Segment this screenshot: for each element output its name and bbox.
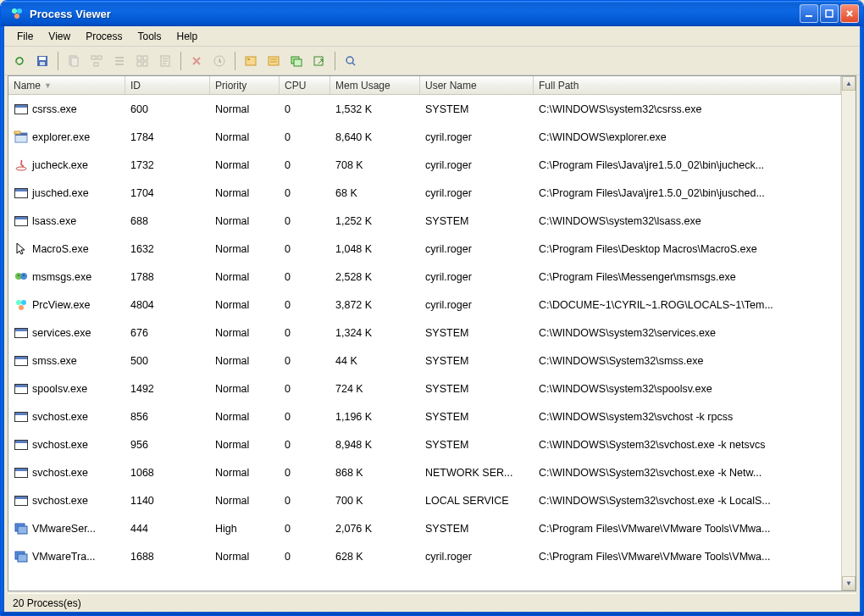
svg-rect-15 bbox=[137, 62, 141, 66]
cell-priority: Normal bbox=[210, 383, 280, 395]
table-row[interactable]: VMwareTra...1688Normal0628 Kcyril.rogerC… bbox=[8, 542, 841, 570]
save-button[interactable] bbox=[32, 51, 53, 71]
column-cpu[interactable]: CPU bbox=[280, 76, 330, 94]
cell-id: 1140 bbox=[125, 495, 210, 507]
column-path[interactable]: Full Path bbox=[534, 76, 841, 94]
cell-id: 1784 bbox=[125, 131, 210, 143]
table-row[interactable]: MacroS.exe1632Normal01,048 Kcyril.rogerC… bbox=[8, 235, 841, 263]
process-icon bbox=[14, 521, 29, 536]
table-row[interactable]: svchost.exe1068Normal0868 KNETWORK SER..… bbox=[8, 458, 841, 486]
cell-user: SYSTEM bbox=[420, 327, 534, 339]
cell-user: cyril.roger bbox=[420, 159, 534, 171]
cell-mem: 708 K bbox=[330, 159, 420, 171]
cell-user: SYSTEM bbox=[420, 215, 534, 227]
process-table: Name▼ ID Priority CPU Mem Usage User Nam… bbox=[8, 75, 856, 591]
cell-path: C:\Program Files\VMware\VMware Tools\VMw… bbox=[534, 551, 841, 563]
column-name[interactable]: Name▼ bbox=[8, 76, 125, 94]
table-row[interactable]: jucheck.exe1732Normal0708 Kcyril.rogerC:… bbox=[8, 151, 841, 179]
process-icon bbox=[14, 102, 29, 117]
table-row[interactable]: PrcView.exe4804Normal03,872 Kcyril.roger… bbox=[8, 291, 841, 319]
menu-view[interactable]: View bbox=[41, 28, 78, 45]
table-row[interactable]: smss.exe500Normal044 KSYSTEMC:\WINDOWS\S… bbox=[8, 347, 841, 375]
table-row[interactable]: csrss.exe600Normal01,532 KSYSTEMC:\WINDO… bbox=[8, 95, 841, 123]
refresh-button[interactable] bbox=[9, 51, 30, 71]
cell-priority: Normal bbox=[210, 495, 280, 507]
scroll-up-button[interactable]: ▲ bbox=[842, 76, 856, 91]
table-row[interactable]: svchost.exe1140Normal0700 KLOCAL SERVICE… bbox=[8, 486, 841, 514]
cell-name: jucheck.exe bbox=[8, 158, 125, 173]
maximize-button[interactable] bbox=[820, 4, 839, 23]
goto-button[interactable] bbox=[309, 51, 330, 71]
titlebar[interactable]: Process Viewer bbox=[1, 1, 863, 26]
grid-button[interactable] bbox=[132, 51, 152, 71]
kill-button[interactable] bbox=[186, 51, 207, 71]
cell-id: 1492 bbox=[125, 383, 210, 395]
props-button[interactable] bbox=[155, 51, 175, 71]
threads-button[interactable] bbox=[263, 51, 284, 71]
scrollbar-track[interactable] bbox=[842, 91, 856, 576]
minimize-button[interactable] bbox=[800, 4, 818, 23]
menu-process[interactable]: Process bbox=[78, 28, 130, 45]
cell-id: 688 bbox=[125, 215, 210, 227]
cell-id: 676 bbox=[125, 327, 210, 339]
copy-button[interactable] bbox=[64, 51, 84, 71]
table-row[interactable]: svchost.exe856Normal01,196 KSYSTEMC:\WIN… bbox=[8, 402, 841, 430]
cell-user: cyril.roger bbox=[420, 299, 534, 311]
close-button[interactable] bbox=[840, 4, 859, 23]
statusbar: 20 Process(es) bbox=[8, 593, 856, 612]
table-row[interactable]: services.exe676Normal01,324 KSYSTEMC:\WI… bbox=[8, 319, 841, 347]
process-icon bbox=[14, 186, 29, 201]
process-icon bbox=[14, 465, 29, 480]
svg-point-2 bbox=[14, 14, 19, 19]
column-priority[interactable]: Priority bbox=[210, 76, 280, 94]
table-row[interactable]: jusched.exe1704Normal068 Kcyril.rogerC:\… bbox=[8, 179, 841, 207]
cell-priority: Normal bbox=[210, 327, 280, 339]
pause-button[interactable] bbox=[209, 51, 230, 71]
svg-point-1 bbox=[17, 8, 22, 14]
cell-name: svchost.exe bbox=[8, 493, 125, 508]
cell-mem: 3,872 K bbox=[330, 299, 420, 311]
list-button[interactable] bbox=[109, 51, 130, 71]
process-name: svchost.exe bbox=[32, 439, 88, 451]
svg-rect-19 bbox=[246, 57, 256, 65]
table-row[interactable]: explorer.exe1784Normal08,640 Kcyril.roge… bbox=[8, 123, 841, 151]
column-user[interactable]: User Name bbox=[420, 76, 534, 94]
cell-id: 856 bbox=[125, 411, 210, 423]
svg-rect-7 bbox=[40, 62, 45, 65]
table-row[interactable]: svchost.exe956Normal08,948 KSYSTEMC:\WIN… bbox=[8, 430, 841, 458]
cell-path: C:\Program Files\Java\jre1.5.0_02\bin\ju… bbox=[534, 159, 841, 171]
cell-mem: 724 K bbox=[330, 383, 420, 395]
menu-help[interactable]: Help bbox=[169, 28, 206, 45]
process-icon bbox=[14, 158, 29, 173]
table-row[interactable]: lsass.exe688Normal01,252 KSYSTEMC:\WINDO… bbox=[8, 207, 841, 235]
cell-id: 1632 bbox=[125, 243, 210, 255]
cell-id: 600 bbox=[125, 103, 210, 115]
tree-button[interactable] bbox=[86, 51, 107, 71]
svg-point-32 bbox=[18, 275, 19, 275]
process-name: MacroS.exe bbox=[32, 243, 89, 255]
cell-name: PrcView.exe bbox=[8, 297, 125, 313]
status-text: 20 Process(es) bbox=[13, 597, 81, 609]
svg-rect-4 bbox=[826, 10, 833, 17]
svg-point-35 bbox=[21, 300, 26, 305]
process-icon bbox=[14, 130, 29, 145]
column-id[interactable]: ID bbox=[125, 76, 210, 94]
find-button[interactable] bbox=[341, 51, 361, 71]
vertical-scrollbar[interactable]: ▲ ▼ bbox=[841, 76, 856, 591]
menu-file[interactable]: File bbox=[9, 28, 41, 45]
menu-tools[interactable]: Tools bbox=[130, 28, 169, 45]
cell-cpu: 0 bbox=[280, 187, 330, 199]
windows-button[interactable] bbox=[286, 51, 307, 71]
cell-cpu: 0 bbox=[280, 495, 330, 507]
table-row[interactable]: VMwareSer...444High02,076 KSYSTEMC:\Prog… bbox=[8, 514, 841, 542]
cell-mem: 2,528 K bbox=[330, 271, 420, 283]
scroll-down-button[interactable]: ▼ bbox=[842, 576, 856, 591]
cell-mem: 628 K bbox=[330, 551, 420, 563]
cell-priority: Normal bbox=[210, 551, 280, 563]
cell-name: csrss.exe bbox=[8, 102, 125, 117]
table-row[interactable]: msmsgs.exe1788Normal02,528 Kcyril.rogerC… bbox=[8, 263, 841, 291]
cell-name: spoolsv.exe bbox=[8, 381, 125, 397]
table-row[interactable]: spoolsv.exe1492Normal0724 KSYSTEMC:\WIND… bbox=[8, 375, 841, 402]
modules-button[interactable] bbox=[241, 51, 261, 71]
column-mem[interactable]: Mem Usage bbox=[330, 76, 420, 94]
